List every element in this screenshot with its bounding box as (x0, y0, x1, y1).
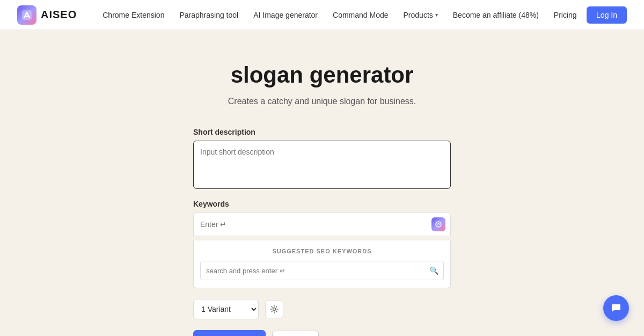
chat-icon (610, 302, 622, 314)
header-actions: Log In (587, 6, 627, 24)
products-chevron-icon: ▾ (435, 12, 438, 18)
language-button[interactable]: English (272, 331, 319, 337)
seo-search-wrapper: 🔍 (200, 261, 444, 280)
svg-rect-0 (22, 10, 32, 20)
logo-text: AISEO (41, 9, 77, 21)
variant-select[interactable]: 1 Variant 2 Variants 3 Variants 4 Varian… (193, 299, 259, 319)
seo-search-icon: 🔍 (429, 266, 438, 275)
variant-row: 1 Variant 2 Variants 3 Variants 4 Varian… (193, 299, 451, 319)
keywords-label: Keywords (193, 200, 451, 208)
short-description-textarea[interactable] (193, 141, 451, 189)
logo-icon (17, 5, 36, 25)
login-button[interactable]: Log In (587, 6, 627, 24)
gear-icon (270, 305, 279, 313)
generate-button[interactable]: Generate (193, 330, 266, 336)
nav-paraphrasing-tool[interactable]: Paraphrasing tool (179, 11, 238, 19)
page-title: slogan generator (231, 62, 414, 88)
nav-products[interactable]: Products ▾ (404, 11, 438, 19)
short-description-group: Short description (193, 128, 451, 189)
nav-affiliate[interactable]: Become an affiliate (48%) (453, 11, 539, 19)
form-container: Short description Keywords SUGGESTED SEO… (193, 128, 451, 336)
seo-keywords-title: SUGGESTED SEO KEYWORDS (200, 248, 444, 254)
main-nav: Chrome Extension Paraphrasing tool AI Im… (103, 11, 587, 19)
svg-point-1 (436, 222, 441, 227)
main-content: slogan generator Creates a catchy and un… (0, 30, 644, 336)
nav-chrome-extension[interactable]: Chrome Extension (103, 11, 164, 19)
nav-ai-image-generator[interactable]: AI Image generator (253, 11, 318, 19)
nav-command-mode[interactable]: Command Mode (333, 11, 389, 19)
nav-pricing[interactable]: Pricing (554, 11, 577, 19)
settings-button[interactable] (265, 300, 283, 318)
short-description-label: Short description (193, 128, 451, 136)
action-row: Generate English (193, 330, 451, 336)
keywords-group: Keywords SUGGESTED SEO KEYWORDS 🔍 (193, 200, 451, 288)
logo[interactable]: AISEO (17, 5, 77, 25)
keywords-input-wrapper (193, 213, 451, 236)
header: AISEO Chrome Extension Paraphrasing tool… (0, 0, 644, 30)
keywords-input[interactable] (193, 213, 451, 236)
chat-bubble-button[interactable] (603, 295, 629, 321)
seo-search-input[interactable] (200, 261, 444, 280)
page-subtitle: Creates a catchy and unique slogan for b… (228, 97, 416, 106)
seo-keywords-panel: SUGGESTED SEO KEYWORDS 🔍 (193, 240, 451, 288)
svg-point-2 (273, 308, 276, 311)
ai-keywords-icon[interactable] (431, 217, 445, 231)
